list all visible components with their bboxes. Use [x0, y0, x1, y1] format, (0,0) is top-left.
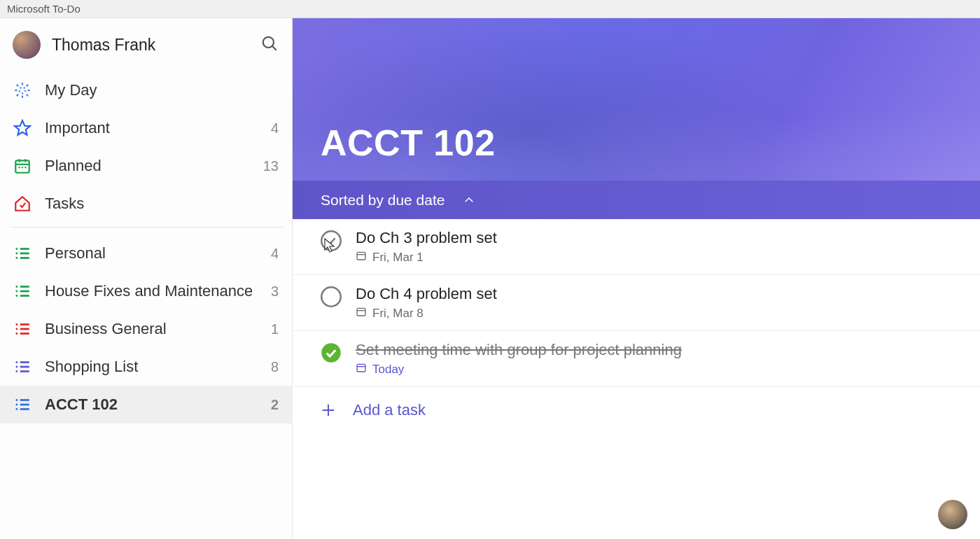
svg-line-8 — [27, 94, 28, 96]
svg-point-47 — [15, 404, 18, 406]
task-due-text: Today — [372, 363, 404, 377]
calendar-icon — [356, 362, 367, 377]
sidebar-item-label: Important — [45, 119, 258, 137]
svg-point-0 — [263, 37, 274, 48]
svg-point-55 — [321, 343, 341, 363]
svg-point-42 — [15, 370, 18, 372]
svg-line-9 — [17, 94, 18, 96]
chevron-up-icon — [463, 194, 475, 206]
task-list: Do Ch 3 problem set Fri, Mar 1 Do Ch 4 p… — [293, 219, 980, 387]
svg-point-36 — [15, 332, 18, 335]
task-body: Do Ch 4 problem set Fri, Mar 8 — [356, 285, 952, 321]
task-due: Fri, Mar 1 — [356, 250, 952, 265]
task-due: Fri, Mar 8 — [356, 306, 952, 321]
calendar-icon — [356, 306, 367, 321]
sidebar-item-planned[interactable]: Planned 13 — [0, 147, 293, 185]
svg-point-34 — [15, 323, 18, 326]
svg-point-48 — [15, 408, 18, 410]
sidebar-item-label: Business General — [45, 320, 258, 338]
svg-point-40 — [15, 361, 18, 363]
task-checkbox[interactable] — [321, 342, 342, 363]
corner-avatar[interactable] — [938, 500, 967, 529]
svg-point-46 — [15, 399, 18, 401]
list-title: ACCT 102 — [321, 122, 496, 164]
sidebar-item-count: 1 — [271, 321, 279, 337]
sidebar-item-myday[interactable]: My Day — [0, 71, 293, 109]
sidebar: Thomas Frank My Day Important 4 Planned … — [0, 18, 293, 539]
svg-point-22 — [15, 248, 18, 250]
add-task-label: Add a task — [353, 401, 426, 419]
task-due-text: Fri, Mar 1 — [372, 251, 424, 265]
svg-rect-50 — [357, 252, 365, 260]
task-title: Do Ch 3 problem set — [356, 229, 952, 247]
sidebar-item-label: My Day — [45, 81, 266, 99]
sidebar-item-label: Personal — [45, 244, 258, 262]
task-checkbox[interactable] — [321, 286, 342, 307]
svg-point-2 — [20, 88, 26, 94]
sidebar-item-important[interactable]: Important 4 — [0, 109, 293, 147]
star-icon — [13, 119, 32, 137]
sidebar-item-count: 4 — [271, 246, 279, 262]
sidebar-item-label: ACCT 102 — [45, 396, 258, 414]
sidebar-item-tasks[interactable]: Tasks — [0, 185, 293, 223]
sidebar-item-count: 13 — [263, 158, 279, 174]
list-icon — [13, 396, 32, 414]
list-icon — [13, 282, 32, 300]
user-avatar[interactable] — [13, 31, 41, 59]
app-title: Microsoft To-Do — [7, 3, 80, 15]
plus-icon — [321, 402, 336, 418]
sidebar-item-count: 3 — [271, 284, 279, 300]
svg-point-52 — [321, 287, 341, 307]
svg-rect-56 — [357, 364, 365, 372]
svg-point-30 — [15, 295, 18, 297]
task-title: Set meeting time with group for project … — [356, 341, 952, 359]
svg-point-24 — [15, 257, 18, 259]
checkbox-hover-icon — [321, 230, 342, 251]
list-icon — [13, 320, 32, 338]
sidebar-item-shopping[interactable]: Shopping List 8 — [0, 348, 293, 386]
sidebar-item-personal[interactable]: Personal 4 — [0, 234, 293, 272]
sidebar-item-label: Shopping List — [45, 358, 258, 376]
svg-point-28 — [15, 286, 18, 288]
svg-point-41 — [15, 366, 18, 368]
svg-point-35 — [15, 328, 18, 330]
checkbox-checked-icon — [321, 342, 342, 363]
user-row[interactable]: Thomas Frank — [0, 18, 293, 71]
sidebar-item-count: 4 — [271, 120, 279, 136]
custom-lists: Personal 4 House Fixes and Maintenance 3… — [0, 234, 293, 424]
task-due: Today — [356, 362, 952, 377]
list-icon — [13, 358, 32, 376]
sort-bar[interactable]: Sorted by due date — [293, 181, 980, 219]
sort-label: Sorted by due date — [321, 192, 444, 209]
svg-marker-11 — [15, 120, 30, 135]
add-task-row[interactable]: Add a task — [293, 387, 980, 433]
task-title: Do Ch 4 problem set — [356, 285, 952, 303]
task-row[interactable]: Do Ch 4 problem set Fri, Mar 8 — [293, 275, 980, 331]
window-titlebar: Microsoft To-Do — [0, 0, 980, 18]
home-check-icon — [13, 195, 32, 213]
task-body: Do Ch 3 problem set Fri, Mar 1 — [356, 229, 952, 265]
svg-line-7 — [17, 85, 18, 86]
svg-point-29 — [15, 290, 18, 293]
sidebar-item-count: 8 — [271, 359, 279, 375]
smart-lists: My Day Important 4 Planned 13 Tasks — [0, 71, 293, 223]
sidebar-item-label: Tasks — [45, 195, 266, 213]
sidebar-item-count: 2 — [271, 397, 279, 413]
task-due-text: Fri, Mar 8 — [372, 307, 424, 321]
sidebar-item-business[interactable]: Business General 1 — [0, 310, 293, 348]
sun-icon — [13, 81, 32, 99]
list-hero: ACCT 102 — [293, 18, 980, 181]
sidebar-item-acct102[interactable]: ACCT 102 2 — [0, 386, 293, 424]
task-row[interactable]: Do Ch 3 problem set Fri, Mar 1 — [293, 219, 980, 275]
svg-point-23 — [15, 253, 18, 255]
svg-line-1 — [272, 46, 276, 50]
main-panel: ACCT 102 Sorted by due date Do Ch 3 prob… — [293, 18, 980, 539]
svg-point-49 — [321, 231, 341, 251]
calendar-icon — [356, 250, 367, 265]
calendar-icon — [13, 157, 32, 175]
sidebar-item-house[interactable]: House Fixes and Maintenance 3 — [0, 272, 293, 310]
task-checkbox[interactable] — [321, 230, 342, 251]
task-row[interactable]: Set meeting time with group for project … — [293, 331, 980, 387]
task-body: Set meeting time with group for project … — [356, 341, 952, 377]
search-button[interactable] — [260, 34, 279, 55]
